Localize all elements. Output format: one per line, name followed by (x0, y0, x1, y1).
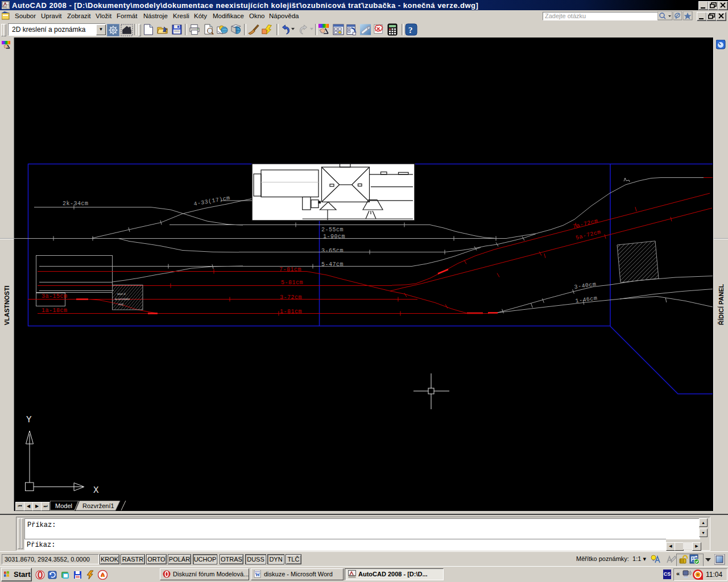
svg-text:W: W (255, 572, 260, 577)
svg-text:1-81cm: 1-81cm (280, 309, 302, 315)
svg-text:a.umístěn: a.umístěn (115, 297, 130, 301)
svg-text:2-55cm: 2-55cm (321, 227, 344, 233)
svg-text:1-46cm: 1-46cm (575, 295, 598, 304)
svg-text:5-81cm: 5-81cm (281, 280, 303, 286)
svg-text:3a-15cm: 3a-15cm (42, 293, 68, 300)
svg-text:4-33(17)cm: 4-33(17)cm (193, 195, 231, 207)
svg-text:1-90cm: 1-90cm (323, 234, 345, 240)
svg-text:ový: ový (118, 302, 123, 306)
svg-text:X: X (93, 485, 99, 496)
svg-text:?: ? (408, 26, 413, 35)
svg-text:7a-72cm: 7a-72cm (572, 218, 599, 230)
svg-text:Model: Model (55, 502, 72, 509)
svg-text:stor-č: stor-č (117, 292, 126, 296)
svg-text:Rozvržení1: Rozvržení1 (82, 502, 114, 509)
svg-text:2k-34cm: 2k-34cm (63, 201, 89, 207)
svg-text:5-47cm: 5-47cm (321, 261, 344, 268)
svg-text:7-81cm: 7-81cm (279, 267, 301, 273)
svg-text:3-65cm: 3-65cm (321, 248, 344, 254)
svg-text:3-72cm: 3-72cm (280, 294, 302, 301)
svg-text:5a-72cm: 5a-72cm (575, 229, 602, 242)
svg-text:Y: Y (26, 415, 32, 425)
svg-text:1a-18cm: 1a-18cm (42, 307, 68, 314)
svg-text:3-40cm: 3-40cm (574, 281, 597, 290)
